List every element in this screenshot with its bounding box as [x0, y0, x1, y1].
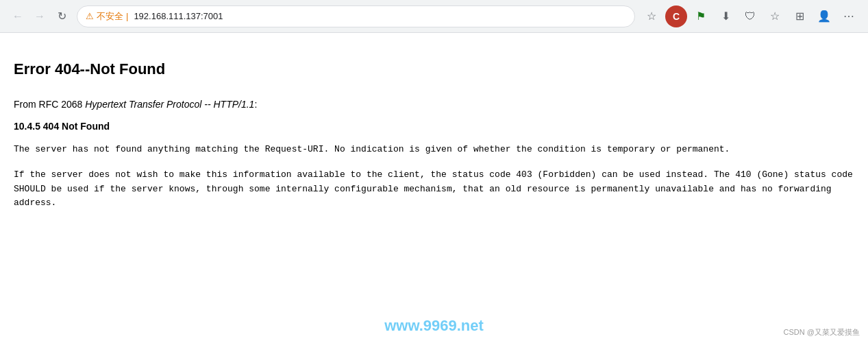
reload-button[interactable]: ↻: [52, 7, 71, 26]
url-text: 192.168.111.137:7001: [134, 11, 626, 21]
profile-button[interactable]: 👤: [813, 5, 835, 27]
forward-icon: →: [34, 10, 45, 23]
warning-icon: ⚠: [86, 11, 94, 21]
address-bar[interactable]: ⚠ 不安全 | 192.168.111.137:7001: [77, 5, 635, 27]
security-label: 不安全: [97, 10, 123, 23]
c-icon: C: [673, 11, 680, 22]
security-warning: ⚠ 不安全 |: [86, 10, 128, 23]
paragraph2: If the server does not wish to make this…: [14, 168, 854, 211]
paragraph1: The server has not found anything matchi…: [14, 143, 854, 157]
subsection-heading: 10.4.5 404 Not Found: [14, 121, 854, 132]
shield-icon: 🛡: [745, 10, 756, 23]
browser-chrome: ← → ↻ ⚠ 不安全 | 192.168.111.137:7001 ☆ C ⚑…: [0, 0, 868, 33]
download-icon: ⬇: [721, 10, 730, 23]
bookmark-icon: ☆: [770, 10, 780, 23]
profile-icon: 👤: [817, 10, 831, 23]
watermark: www.9969.net: [384, 317, 484, 335]
download-button[interactable]: ⬇: [715, 5, 736, 27]
separator: |: [126, 11, 128, 21]
back-icon: ←: [12, 10, 23, 23]
reload-icon: ↻: [58, 10, 66, 23]
grid-icon: ⊞: [795, 10, 804, 23]
forward-button[interactable]: →: [30, 7, 49, 26]
toolbar-icons: ☆ C ⚑ ⬇ 🛡 ☆ ⊞ 👤 ⋯: [641, 5, 860, 27]
star-button[interactable]: ☆: [641, 5, 662, 27]
section-heading-prefix: From RFC 2068: [14, 99, 85, 110]
star-icon: ☆: [647, 10, 656, 23]
more-icon: ⋯: [843, 10, 854, 23]
page-content: Error 404--Not Found From RFC 2068 Hyper…: [0, 33, 868, 235]
flag-button[interactable]: ⚑: [690, 5, 712, 27]
nav-buttons: ← → ↻: [8, 7, 71, 26]
grid-button[interactable]: ⊞: [789, 5, 810, 27]
section-heading: From RFC 2068 Hypertext Transfer Protoco…: [14, 99, 854, 110]
section-heading-em: Hypertext Transfer Protocol -- HTTP/1.1: [85, 99, 254, 110]
csdn-badge: CSDN @又菜又爱摸鱼: [784, 327, 860, 338]
bookmark-button[interactable]: ☆: [764, 5, 786, 27]
error-title: Error 404--Not Found: [14, 60, 854, 78]
back-button[interactable]: ←: [8, 7, 27, 26]
section-heading-suffix: :: [254, 99, 257, 110]
more-button[interactable]: ⋯: [838, 5, 860, 27]
shield-button[interactable]: 🛡: [739, 5, 761, 27]
flag-icon: ⚑: [696, 10, 706, 23]
extension-c-button[interactable]: C: [665, 5, 687, 27]
